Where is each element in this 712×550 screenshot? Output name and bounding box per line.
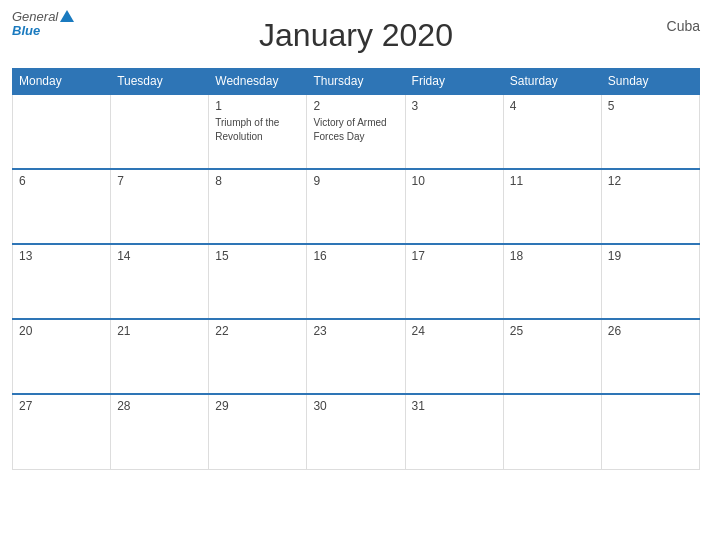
day-cell: 24 <box>405 319 503 394</box>
day-cell: 11 <box>503 169 601 244</box>
day-number: 16 <box>313 249 398 263</box>
day-cell: 8 <box>209 169 307 244</box>
day-number: 24 <box>412 324 497 338</box>
logo-triangle-icon <box>60 10 74 22</box>
day-number: 20 <box>19 324 104 338</box>
calendar-container: General Blue January 2020 Cuba Monday Tu… <box>0 0 712 550</box>
event-label: Victory of Armed Forces Day <box>313 117 386 142</box>
day-number: 10 <box>412 174 497 188</box>
day-number: 19 <box>608 249 693 263</box>
day-cell: 22 <box>209 319 307 394</box>
day-cell: 1Triumph of the Revolution <box>209 94 307 169</box>
day-cell: 30 <box>307 394 405 469</box>
calendar-header: General Blue January 2020 Cuba <box>12 10 700 60</box>
day-cell: 15 <box>209 244 307 319</box>
header-monday: Monday <box>13 69 111 95</box>
day-number: 13 <box>19 249 104 263</box>
day-cell: 31 <box>405 394 503 469</box>
logo-general-text: General <box>12 10 58 24</box>
day-number: 26 <box>608 324 693 338</box>
header-wednesday: Wednesday <box>209 69 307 95</box>
day-cell: 16 <box>307 244 405 319</box>
day-cell: 4 <box>503 94 601 169</box>
day-headers-row: Monday Tuesday Wednesday Thursday Friday… <box>13 69 700 95</box>
day-cell: 13 <box>13 244 111 319</box>
day-number: 4 <box>510 99 595 113</box>
day-number: 1 <box>215 99 300 113</box>
day-number: 6 <box>19 174 104 188</box>
day-cell: 29 <box>209 394 307 469</box>
day-number: 23 <box>313 324 398 338</box>
day-number: 22 <box>215 324 300 338</box>
day-cell: 25 <box>503 319 601 394</box>
event-label: Triumph of the Revolution <box>215 117 279 142</box>
day-cell: 2Victory of Armed Forces Day <box>307 94 405 169</box>
day-cell: 20 <box>13 319 111 394</box>
day-number: 31 <box>412 399 497 413</box>
day-number: 14 <box>117 249 202 263</box>
day-cell: 9 <box>307 169 405 244</box>
day-number: 8 <box>215 174 300 188</box>
day-number: 30 <box>313 399 398 413</box>
day-cell: 12 <box>601 169 699 244</box>
day-number: 15 <box>215 249 300 263</box>
header-saturday: Saturday <box>503 69 601 95</box>
day-number: 2 <box>313 99 398 113</box>
day-number: 27 <box>19 399 104 413</box>
day-cell: 23 <box>307 319 405 394</box>
day-number: 9 <box>313 174 398 188</box>
week-row-5: 2728293031 <box>13 394 700 469</box>
day-cell: 3 <box>405 94 503 169</box>
week-row-1: 1Triumph of the Revolution2Victory of Ar… <box>13 94 700 169</box>
day-number: 7 <box>117 174 202 188</box>
day-cell <box>601 394 699 469</box>
day-number: 5 <box>608 99 693 113</box>
day-cell <box>13 94 111 169</box>
week-row-4: 20212223242526 <box>13 319 700 394</box>
day-cell: 21 <box>111 319 209 394</box>
header-friday: Friday <box>405 69 503 95</box>
header-thursday: Thursday <box>307 69 405 95</box>
day-cell: 18 <box>503 244 601 319</box>
day-number: 28 <box>117 399 202 413</box>
day-cell: 6 <box>13 169 111 244</box>
week-row-3: 13141516171819 <box>13 244 700 319</box>
day-cell: 27 <box>13 394 111 469</box>
calendar-table: Monday Tuesday Wednesday Thursday Friday… <box>12 68 700 470</box>
day-cell: 28 <box>111 394 209 469</box>
day-cell: 17 <box>405 244 503 319</box>
header-tuesday: Tuesday <box>111 69 209 95</box>
day-number: 17 <box>412 249 497 263</box>
logo: General Blue <box>12 10 74 39</box>
day-cell <box>503 394 601 469</box>
week-row-2: 6789101112 <box>13 169 700 244</box>
calendar-title: January 2020 <box>259 17 453 54</box>
day-cell: 14 <box>111 244 209 319</box>
day-cell: 19 <box>601 244 699 319</box>
logo-blue-text: Blue <box>12 24 40 38</box>
day-cell: 7 <box>111 169 209 244</box>
country-label: Cuba <box>667 18 700 34</box>
header-sunday: Sunday <box>601 69 699 95</box>
day-cell: 10 <box>405 169 503 244</box>
day-cell: 5 <box>601 94 699 169</box>
day-cell: 26 <box>601 319 699 394</box>
day-number: 21 <box>117 324 202 338</box>
day-number: 25 <box>510 324 595 338</box>
day-cell <box>111 94 209 169</box>
day-number: 3 <box>412 99 497 113</box>
day-number: 11 <box>510 174 595 188</box>
day-number: 12 <box>608 174 693 188</box>
day-number: 18 <box>510 249 595 263</box>
day-number: 29 <box>215 399 300 413</box>
